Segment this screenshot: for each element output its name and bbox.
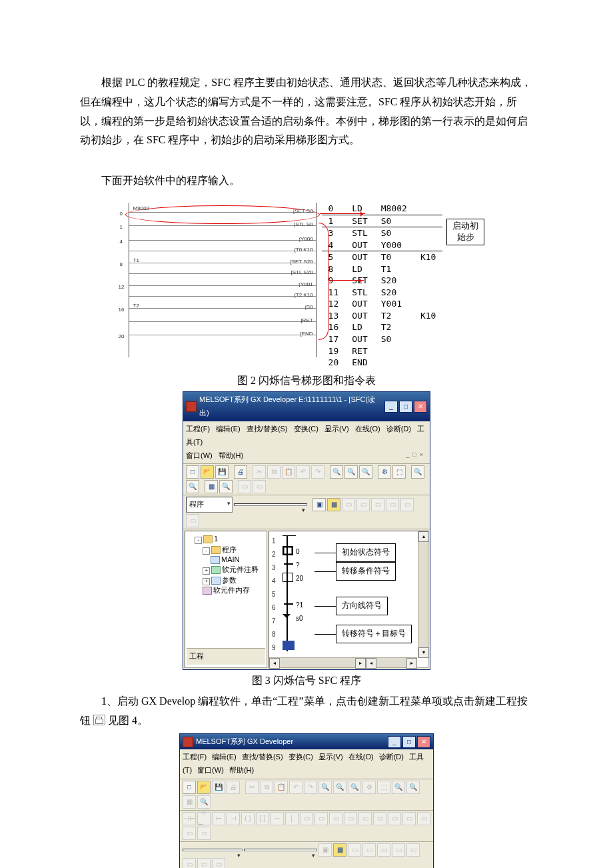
- sfc-element-button[interactable]: ▭: [377, 843, 390, 857]
- menu-window[interactable]: 窗口(W): [197, 766, 224, 774]
- ladder-element-button[interactable]: │: [285, 812, 299, 825]
- tree-device-comment[interactable]: +软元件注释: [203, 565, 265, 575]
- tool-button[interactable]: ⚙: [378, 465, 391, 479]
- sfc-initial-step-icon[interactable]: [283, 546, 293, 555]
- sfc-element-button[interactable]: ▭: [371, 498, 384, 511]
- sfc-element-button[interactable]: ▭: [342, 498, 355, 511]
- menu-edit[interactable]: 编辑(E): [212, 753, 237, 761]
- ladder-element-button[interactable]: ⊣/⊢: [197, 812, 211, 825]
- sfc-editor-canvas[interactable]: 1 2 3 4 5 6 7 8 9 0 ?: [269, 531, 428, 668]
- sfc-element-button[interactable]: ▭: [406, 843, 420, 857]
- sfc-element-button[interactable]: ▭: [212, 858, 225, 868]
- tree-parameter[interactable]: +参数: [203, 575, 265, 585]
- close-button[interactable]: ✕: [414, 401, 427, 413]
- ladder-element-button[interactable]: ▭: [314, 812, 328, 825]
- tree-program-folder[interactable]: -程序 MAIN: [203, 545, 265, 565]
- zoom-button[interactable]: 🔍: [344, 465, 358, 479]
- sfc-element-button[interactable]: ▭: [386, 498, 399, 511]
- menu-diagnose[interactable]: 诊断(D): [379, 753, 404, 761]
- redo-button[interactable]: ↷: [304, 781, 317, 794]
- tool-button[interactable]: 🔍: [219, 480, 233, 493]
- ladder-element-button[interactable]: ▭: [197, 827, 211, 840]
- tool-button[interactable]: 🔍: [406, 781, 420, 794]
- sfc-element-button[interactable]: ▭: [400, 498, 414, 511]
- new-button[interactable]: □: [186, 465, 199, 479]
- maximize-button[interactable]: □: [402, 736, 416, 748]
- mode-button[interactable]: ▣: [312, 498, 326, 511]
- menu-help[interactable]: 帮助(H): [229, 766, 254, 774]
- sfc-jump-icon[interactable]: [283, 614, 291, 622]
- tree-device-memory[interactable]: 软元件内存: [203, 585, 265, 595]
- cut-button[interactable]: ✂: [245, 781, 259, 794]
- program-name-dropdown[interactable]: [234, 503, 307, 506]
- menu-window[interactable]: 窗口(W): [186, 451, 213, 459]
- tool-button[interactable]: ⬚: [377, 781, 390, 794]
- sfc-transition-icon[interactable]: [284, 563, 293, 565]
- zoom-button[interactable]: 🔍: [359, 465, 372, 479]
- print-button[interactable]: 🖨: [234, 465, 247, 479]
- menu-convert[interactable]: 变换(C): [289, 753, 313, 761]
- ladder-element-button[interactable]: ▭: [344, 812, 357, 825]
- ladder-element-button[interactable]: ⊣⊢: [183, 812, 196, 825]
- undo-button[interactable]: ↶: [297, 465, 310, 479]
- open-button[interactable]: 📂: [201, 465, 214, 479]
- menu-edit[interactable]: 编辑(E): [216, 425, 241, 433]
- sfc-transition-icon[interactable]: [284, 603, 293, 605]
- ladder-element-button[interactable]: ▭: [300, 812, 313, 825]
- tool-button[interactable]: ▦: [183, 795, 196, 809]
- tool-button[interactable]: ⚙: [362, 781, 376, 794]
- tool-button[interactable]: 🔍: [411, 465, 424, 479]
- ladder-element-button[interactable]: ▭: [373, 812, 386, 825]
- save-button[interactable]: 💾: [212, 781, 225, 794]
- program-type-dropdown[interactable]: 程序: [186, 497, 233, 513]
- tool-button[interactable]: ▭: [253, 480, 266, 493]
- close-button[interactable]: ✕: [417, 736, 430, 748]
- sfc-element-button[interactable]: ▭: [392, 843, 405, 857]
- maximize-button[interactable]: □: [399, 401, 412, 413]
- mode-button[interactable]: ▣: [318, 843, 332, 857]
- paste-button[interactable]: 📋: [275, 781, 288, 794]
- menu-project[interactable]: 工程(F): [183, 753, 207, 761]
- menu-online[interactable]: 在线(O): [355, 425, 380, 433]
- paste-button[interactable]: 📋: [282, 465, 295, 479]
- new-button[interactable]: □: [183, 781, 196, 794]
- vertical-scrollbar[interactable]: ▴▾: [418, 531, 428, 658]
- print-button[interactable]: 🖨: [227, 781, 240, 794]
- menu-diagnose[interactable]: 诊断(D): [386, 425, 411, 433]
- mdi-controls[interactable]: _ □ ×: [406, 449, 423, 460]
- ladder-element-button[interactable]: ▭: [388, 812, 401, 825]
- program-type-dropdown[interactable]: [183, 849, 243, 851]
- tree-tab-project[interactable]: 工程: [187, 648, 265, 665]
- menu-online[interactable]: 在线(O): [348, 753, 374, 761]
- sfc-element-button[interactable]: ▭: [356, 498, 370, 511]
- ladder-element-button[interactable]: ▭: [329, 812, 342, 825]
- redo-button[interactable]: ↷: [311, 465, 324, 479]
- menu-view[interactable]: 显示(V): [318, 753, 343, 761]
- tool-button[interactable]: ▦: [205, 480, 218, 493]
- ladder-element-button[interactable]: ⊣: [227, 812, 240, 825]
- minimize-button[interactable]: _: [384, 401, 398, 413]
- mode-button[interactable]: ▦: [333, 843, 346, 857]
- save-button[interactable]: 💾: [215, 465, 229, 479]
- zoom-button[interactable]: 🔍: [330, 465, 343, 479]
- copy-button[interactable]: ⧉: [260, 781, 273, 794]
- ladder-element-button[interactable]: ▭: [183, 827, 196, 840]
- horizontal-scrollbar[interactable]: ◂▸◂▸: [269, 657, 417, 667]
- sfc-element-button[interactable]: ▭: [183, 858, 196, 868]
- ladder-element-button[interactable]: ⊢: [212, 812, 225, 825]
- tool-button[interactable]: 🔍: [186, 480, 199, 493]
- sfc-element-button[interactable]: ▭: [348, 843, 361, 857]
- ladder-element-button[interactable]: ▭: [402, 812, 416, 825]
- tree-project-root[interactable]: -1 -程序 MAIN +软元件注释 +参数 软元件内存: [195, 534, 265, 595]
- zoom-button[interactable]: 🔍: [333, 781, 346, 794]
- menu-find-replace[interactable]: 查找/替换(S): [247, 425, 288, 433]
- cut-button[interactable]: ✂: [253, 465, 266, 479]
- sfc-step-icon[interactable]: [283, 573, 293, 582]
- program-name-dropdown[interactable]: [244, 849, 317, 851]
- tool-button[interactable]: ▭: [238, 480, 251, 493]
- menu-convert[interactable]: 变换(C): [294, 425, 318, 433]
- mode-button[interactable]: ▦: [327, 498, 340, 511]
- ladder-element-button[interactable]: ▭: [417, 812, 430, 825]
- tree-main-program[interactable]: MAIN: [211, 555, 265, 565]
- menu-find-replace[interactable]: 查找/替换(S): [242, 753, 283, 761]
